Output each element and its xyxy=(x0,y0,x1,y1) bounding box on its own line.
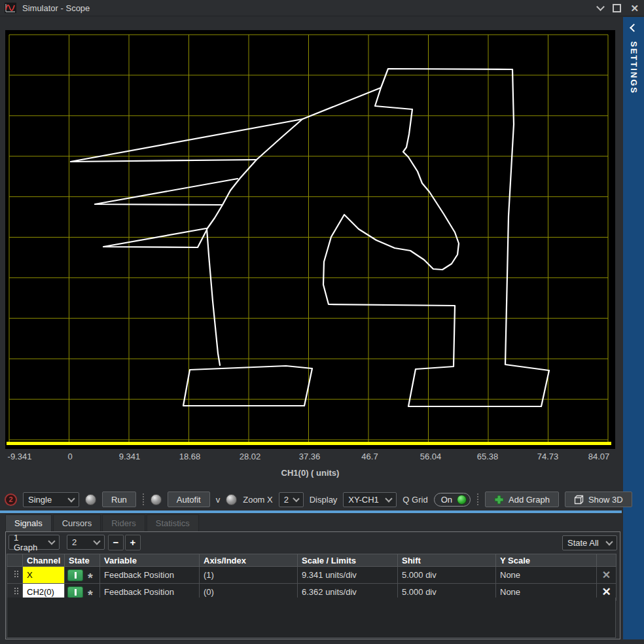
scale-limits-cell[interactable]: 9.341 units/div xyxy=(298,567,398,584)
plus-icon xyxy=(494,495,504,505)
channel-color-box[interactable]: X xyxy=(23,567,64,583)
state-cell: * xyxy=(65,567,100,584)
col-shift: Shift xyxy=(398,554,496,567)
autofit-button[interactable]: Autofit xyxy=(168,492,210,507)
col-variable: Variable xyxy=(100,554,200,567)
col-state: State xyxy=(65,554,100,567)
chevron-down-icon xyxy=(385,495,393,502)
autofit-status-led xyxy=(151,494,162,505)
variable-cell[interactable]: Feedback Position xyxy=(100,567,200,584)
scope-toolbar: 2 Single Run Autofit v Zoom X 2 Display … xyxy=(0,490,622,509)
remove-signal-icon[interactable]: ✕ xyxy=(602,569,611,581)
run-mode-select[interactable]: Single xyxy=(23,492,79,507)
trace-mane-spike-1 xyxy=(71,160,257,162)
channel-cell[interactable]: X xyxy=(23,567,65,584)
signal-count-select[interactable]: 2 xyxy=(67,535,105,550)
chevron-down-icon xyxy=(93,537,100,545)
display-select[interactable]: XY-CH1 xyxy=(343,492,397,507)
signals-table: Channel State Variable Axis/Index Scale … xyxy=(7,554,617,601)
simulator-scope-window: { "titlebar": { "title": "Simulator - Sc… xyxy=(0,0,644,644)
table-empty-area xyxy=(7,598,616,638)
x-axis-baseline xyxy=(7,442,611,445)
scope-plot-area[interactable] xyxy=(5,30,615,449)
x-tick-label: 74.73 xyxy=(537,452,559,461)
q-grid-toggle[interactable]: On xyxy=(434,493,471,507)
x-tick-label: 46.7 xyxy=(361,452,378,461)
shift-cell[interactable]: 5.000 div xyxy=(398,567,496,584)
tab-signals[interactable]: Signals xyxy=(5,514,52,531)
chevron-down-icon xyxy=(67,495,75,502)
col-axis-index: Axis/Index xyxy=(200,554,298,567)
run-button[interactable]: Run xyxy=(102,492,136,507)
add-signal-button[interactable]: + xyxy=(125,535,141,550)
graph-count-indicator: 2 xyxy=(5,493,17,506)
signals-panel: 1 Graph 2 − + State All Channel State Va… xyxy=(5,531,620,639)
titlebar: Simulator - Scope ✕ xyxy=(0,0,644,16)
window-menu-chevron-icon[interactable] xyxy=(597,3,605,11)
graph-select[interactable]: 1 Graph xyxy=(9,535,60,550)
display-label: Display xyxy=(310,495,338,505)
x-tick-label: -9.341 xyxy=(8,452,32,461)
panel-splitter[interactable] xyxy=(0,510,622,513)
x-tick-label: 65.38 xyxy=(477,452,499,461)
chevron-down-icon xyxy=(293,495,299,501)
run-status-led xyxy=(85,494,96,505)
col-scale-limits: Scale / Limits xyxy=(298,554,398,567)
x-axis-label: CH1(0) ( units) xyxy=(5,468,615,478)
zoom-x-label: Zoom X xyxy=(243,495,273,505)
col-y-scale: Y Scale xyxy=(496,554,597,567)
trace-front-foot xyxy=(183,366,312,406)
app-waveform-icon xyxy=(5,3,16,13)
cube-3d-icon xyxy=(574,495,584,505)
signal-enabled-button[interactable] xyxy=(67,569,83,581)
x-tick-label: 84.07 xyxy=(588,452,610,461)
remove-signal-icon[interactable]: ✕ xyxy=(601,586,611,598)
q-grid-label: Q Grid xyxy=(402,495,427,505)
collapse-label[interactable]: v xyxy=(216,495,221,505)
remove-signal-button[interactable]: − xyxy=(108,535,124,550)
table-header-row: Channel State Variable Axis/Index Scale … xyxy=(7,554,617,567)
handle-column-header xyxy=(7,554,23,567)
col-remove xyxy=(597,554,617,567)
graph-controls: 1 Graph 2 − + xyxy=(9,535,141,550)
x-tick-label: 18.68 xyxy=(179,452,201,461)
x-tick-label: 9.341 xyxy=(119,452,141,461)
x-tick-label: 37.36 xyxy=(299,452,321,461)
x-tick-label: 56.04 xyxy=(420,452,442,461)
add-graph-button[interactable]: Add Graph xyxy=(485,492,559,507)
chevron-down-icon xyxy=(48,537,55,545)
asterisk-icon[interactable]: * xyxy=(88,587,93,598)
x-tick-labels: -9.34109.34118.6828.0237.3646.756.0465.3… xyxy=(5,452,615,462)
settings-side-panel: SETTINGS xyxy=(623,17,644,639)
tab-cursors[interactable]: Cursors xyxy=(53,514,101,531)
x-tick-label: 28.02 xyxy=(240,452,261,461)
window-title: Simulator - Scope xyxy=(22,3,90,13)
scope-plot-svg xyxy=(5,30,615,449)
zoom-status-led xyxy=(226,494,237,505)
bottom-tabs: Signals Cursors Riders Statistics xyxy=(5,514,199,531)
state-all-select[interactable]: State All xyxy=(562,535,617,550)
collapse-left-chevron-icon[interactable] xyxy=(630,24,638,32)
show-3d-button[interactable]: Show 3D xyxy=(565,492,632,507)
asterisk-icon[interactable]: * xyxy=(88,570,93,581)
window-close-icon[interactable]: ✕ xyxy=(630,3,639,13)
signal-enabled-button[interactable] xyxy=(67,586,83,598)
trace-mane-spike-3 xyxy=(103,228,207,247)
drag-handle-icon[interactable] xyxy=(7,567,23,584)
zoom-x-select[interactable]: 2 xyxy=(279,492,304,507)
settings-tab[interactable]: SETTINGS xyxy=(629,41,639,94)
table-row: X * Feedback Position (1) 9.341 units/di… xyxy=(7,567,617,584)
maximize-icon[interactable] xyxy=(613,4,621,12)
tab-riders: Riders xyxy=(102,514,145,531)
chevron-down-icon xyxy=(605,538,613,545)
col-channel: Channel xyxy=(23,554,65,567)
x-tick-label: 0 xyxy=(67,452,72,461)
toolbar-separator xyxy=(143,493,144,505)
tab-statistics: Statistics xyxy=(147,514,199,531)
remove-signal-cell[interactable]: ✕ xyxy=(597,567,617,584)
green-led-icon xyxy=(457,495,467,505)
y-scale-cell[interactable]: None xyxy=(496,567,597,584)
trace-mane-spike-2 xyxy=(95,179,238,205)
axis-index-cell[interactable]: (1) xyxy=(200,567,298,584)
toolbar-separator xyxy=(477,493,478,505)
